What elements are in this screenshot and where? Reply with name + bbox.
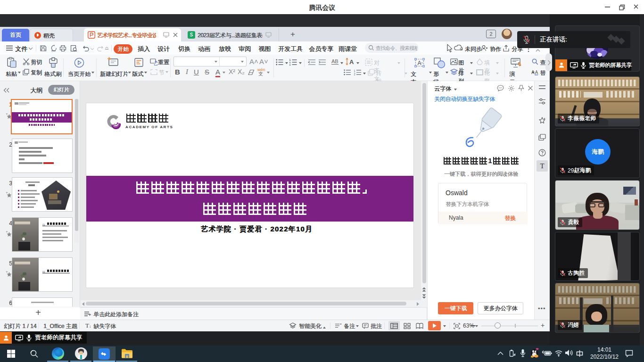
svg-text:A: A [531,70,535,75]
svg-text:A: A [418,60,421,66]
svg-text:A: A [349,58,354,66]
svg-text:2: 2 [354,73,355,75]
svg-text:1: 1 [354,69,355,73]
